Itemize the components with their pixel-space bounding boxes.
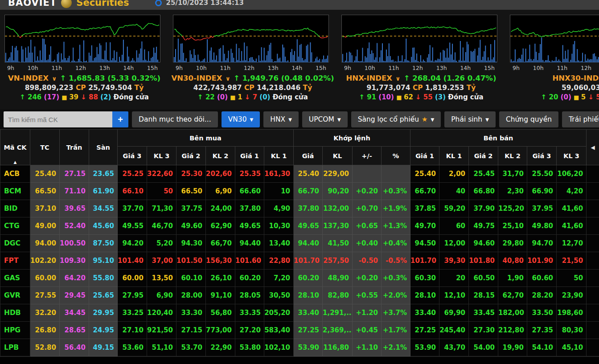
sub-header-buy-3: KL 2 bbox=[206, 147, 235, 165]
table-row[interactable]: GAS60.0064.2055.8060.0013,5060.1026,1060… bbox=[0, 270, 599, 287]
floor-count: (0) bbox=[259, 93, 272, 101]
ticker-cell[interactable]: BCM bbox=[0, 183, 30, 200]
time-tick: 13h bbox=[268, 65, 279, 72]
chevron-down-icon[interactable]: ∨ bbox=[222, 75, 234, 82]
advancers-count: 22 bbox=[205, 93, 217, 101]
ticker-cell[interactable]: GAS bbox=[0, 270, 30, 287]
nav-tab-ch-ng-quy-n[interactable]: Chứng quyền bbox=[499, 111, 558, 127]
table-row[interactable]: HDB32.2034.4529.9533.25120,4033.3056,803… bbox=[0, 304, 599, 322]
index-name[interactable]: VN30-INDEX bbox=[171, 74, 222, 82]
nav-tab-upcom[interactable]: UPCOM▼ bbox=[302, 111, 348, 127]
ticker-cell[interactable]: LPB bbox=[0, 339, 30, 356]
buy-cell-1: 50 bbox=[147, 183, 176, 200]
ty-unit: Tỷ bbox=[303, 84, 312, 92]
nav-tab-danh-m-c-theo-d-i-[interactable]: Danh mục theo dõi... bbox=[132, 111, 218, 127]
chevron-down-icon[interactable]: ∨ bbox=[49, 75, 60, 82]
buy-cell-3: 91,10 bbox=[206, 287, 235, 304]
index-name[interactable]: VN-INDEX bbox=[8, 74, 49, 82]
chevron-down-icon[interactable]: ∨ bbox=[392, 75, 404, 82]
sell-cell-0: 94.50 bbox=[410, 235, 439, 252]
nav-tab-ph-i-sinh[interactable]: Phái sinh▼ bbox=[444, 111, 496, 127]
match-cell-0: 33.40 bbox=[294, 304, 323, 322]
market-breadth-line: ↑ 20 (0) ■ 5 ↓ 5 Đóng cửa bbox=[505, 93, 599, 101]
time-tick: 9h bbox=[7, 65, 14, 72]
time-axis: 9h10h11h12h13h14h15h bbox=[337, 62, 505, 72]
ceil-cell: 34.45 bbox=[60, 304, 89, 322]
ticker-cell[interactable]: CTG bbox=[0, 217, 30, 235]
decliners-count: 88 bbox=[89, 93, 100, 101]
datetime-label: 25/10/2023 13:44:13 bbox=[166, 0, 244, 7]
table-row[interactable]: DGC94.00100.5087.5094.205,2094.3066,7094… bbox=[0, 235, 599, 252]
floor-cell: 49.15 bbox=[89, 339, 118, 356]
chevron-down-icon: ▼ bbox=[285, 117, 292, 122]
time-tick: 12h bbox=[581, 65, 591, 72]
ticker-cell[interactable]: FPT bbox=[0, 252, 30, 270]
add-symbol-button[interactable]: + bbox=[112, 111, 128, 127]
table-row[interactable]: CTG49.0052.4045.6049.5546,7049.6062,9049… bbox=[0, 217, 599, 235]
nav-tab-vn30[interactable]: VN30▼ bbox=[222, 111, 260, 127]
match-cell-0: 28.10 bbox=[294, 287, 323, 304]
time-tick: 10h bbox=[365, 65, 375, 72]
nav-tab-hnx[interactable]: HNX▼ bbox=[263, 111, 299, 127]
table-row[interactable]: HPG26.8028.6524.9527.10921,5027.15773,00… bbox=[0, 322, 599, 339]
table-row[interactable]: FPT102.20109.3095.10101.4037,00101.50156… bbox=[0, 252, 599, 270]
buy-cell-4: 60.20 bbox=[235, 270, 264, 287]
search-input[interactable] bbox=[4, 111, 112, 127]
floor-cell: 55.80 bbox=[89, 270, 118, 287]
index-summary-line: HNX-INDEX ∨ ↑ 268.04 (1.26 0.47%) bbox=[337, 74, 505, 82]
time-axis: 9h10h11h12h13h14h15h bbox=[0, 62, 168, 72]
floor-cell: 24.95 bbox=[89, 322, 118, 339]
ticker-cell[interactable]: HPG bbox=[0, 322, 30, 339]
floor-count: (3) bbox=[435, 93, 448, 101]
index-name[interactable]: HNX30-INDEX bbox=[552, 74, 599, 82]
advancers-arrow-icon: ↑ bbox=[541, 93, 549, 101]
tc-cell: 49.00 bbox=[30, 217, 60, 235]
match-cell-3: +0.3% bbox=[382, 183, 410, 200]
nav-bar: + Danh mục theo dõi...VN30▼HNX▼UPCOM▼Sàn… bbox=[0, 110, 599, 129]
match-cell-2: +0.45 bbox=[353, 322, 382, 339]
brand-baoviet: BAOVIET bbox=[8, 0, 57, 8]
unchanged-count: 1 bbox=[238, 93, 245, 101]
table-row[interactable]: BID37.1039.6534.5537.7071,3037.7524,0037… bbox=[0, 200, 599, 217]
sell-cell-2: 49.75 bbox=[469, 217, 498, 235]
buy-cell-0: 33.25 bbox=[118, 304, 147, 322]
nav-tab-tr-i-phi-u[interactable]: Trái phiếu bbox=[562, 111, 599, 127]
index-change: (1.26 0.47%) bbox=[443, 74, 496, 82]
table-row[interactable]: BCM66.5071.1061.9066.105066.506,9066.601… bbox=[0, 183, 599, 200]
buy-cell-0: 25.25 bbox=[118, 165, 147, 183]
buy-cell-3: 24,00 bbox=[206, 200, 235, 217]
index-sparkline-chart bbox=[341, 15, 497, 62]
ticker-cell[interactable]: DGC bbox=[0, 235, 30, 252]
col-header-floor: Sàn bbox=[89, 130, 118, 165]
nav-tab-s-ng-l-c-c-phi-u[interactable]: Sàng lọc cổ phiếu★▼ bbox=[351, 111, 441, 127]
buy-cell-3: 56,80 bbox=[206, 304, 235, 322]
ticker-cell[interactable]: GVR bbox=[0, 287, 30, 304]
nav-tab-label: Danh mục theo dõi... bbox=[139, 115, 211, 123]
ticker-cell[interactable]: ACB bbox=[0, 165, 30, 183]
match-cell-0: 101.70 bbox=[294, 252, 323, 270]
table-row[interactable]: LPB52.8056.4049.1553.6051,1053.7022,9053… bbox=[0, 339, 599, 356]
buy-cell-2: 49.60 bbox=[176, 217, 206, 235]
match-cell-3: -0.5% bbox=[382, 252, 410, 270]
match-cell-2: +0.70 bbox=[353, 200, 382, 217]
buy-cell-2: 66.50 bbox=[176, 183, 206, 200]
match-cell-1: 48,90 bbox=[323, 270, 353, 287]
sell-cell-0: 101.70 bbox=[410, 252, 439, 270]
time-tick: 11h bbox=[51, 65, 62, 72]
row-filler bbox=[587, 339, 599, 356]
buy-cell-3: 773,00 bbox=[206, 322, 235, 339]
index-name[interactable]: HNX-INDEX bbox=[346, 74, 392, 82]
table-row[interactable]: ACB25.4027.1523.6525.25322,6025.30202,60… bbox=[0, 165, 599, 183]
ticker-cell[interactable]: BID bbox=[0, 200, 30, 217]
tc-cell: 94.00 bbox=[30, 235, 60, 252]
buy-cell-0: 94.20 bbox=[118, 235, 147, 252]
col-header-ticker[interactable]: Mã CK▲ bbox=[0, 130, 30, 165]
ticker-cell[interactable]: HDB bbox=[0, 304, 30, 322]
collapse-left-icon[interactable]: ◀ bbox=[591, 144, 595, 151]
sell-cell-5: 41,60 bbox=[557, 200, 587, 217]
sell-cell-0: 66.70 bbox=[410, 183, 439, 200]
table-row[interactable]: GVR27.5529.4525.6527.956,9028.0091,1028.… bbox=[0, 287, 599, 304]
index-charts-row: 9h10h11h12h13h14h15hVN-INDEX ∨ ↑ 1,685.8… bbox=[0, 10, 599, 110]
match-cell-2: +0.20 bbox=[353, 270, 382, 287]
index-change: (5.33 0.32%) bbox=[107, 74, 160, 82]
